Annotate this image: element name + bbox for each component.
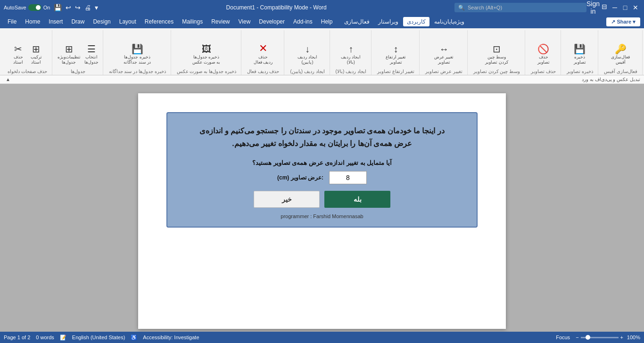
print-preview-icon[interactable]: 🖨: [84, 4, 91, 11]
ribbon-group-change-height: ↕ تغییر ارتفاعتصاویر تغییر ارتفاع تصاویر: [372, 30, 420, 75]
ribbon-table-select-btn[interactable]: ☰ انتخابجدول‌ها: [83, 43, 100, 66]
group-save-table-label: ذخیره جدول‌ها در سند جداگانه: [107, 68, 168, 75]
delete-row-icon: ✕: [259, 43, 267, 54]
yes-button[interactable]: بله: [324, 191, 390, 208]
ribbon-group-icons: ✂ حذفاستاد ⊞ ترکیباستاد: [10, 30, 45, 68]
autosave-state: On: [43, 5, 50, 10]
ribbon-delete-row-btn[interactable]: ✕ حذفردیف فعال: [252, 42, 274, 66]
change-height-icon: ↕: [394, 44, 398, 54]
menu-layout[interactable]: Layout: [116, 17, 140, 26]
minimize-button[interactable]: ─: [610, 3, 619, 12]
focus-button[interactable]: Focus: [554, 334, 572, 341]
menu-file[interactable]: File: [4, 17, 20, 26]
ribbon-add-row-below-btn[interactable]: ↓ ایجاد ردیف(پایین): [296, 43, 319, 66]
ribbon-save-table-btn[interactable]: 💾 ذخیره جدول‌هادر سند جداگانه: [122, 43, 152, 66]
group-change-height-label: تغییر ارتفاع تصاویر: [375, 68, 417, 75]
status-left: Page 1 of 2 0 words 📝 English (United St…: [4, 335, 199, 341]
ribbon-group-tables: ⊞ تنظیمات‌ویژهجدول‌ها ☰ انتخابجدول‌ها جد…: [53, 30, 103, 75]
save-as-image-icon: 🖼: [202, 44, 211, 54]
center-image-icon: ⊡: [493, 44, 501, 54]
redo-icon[interactable]: ↪: [75, 4, 81, 11]
ribbon-center-image-btn[interactable]: ⊡ وسط چینکردن تصاویر: [484, 43, 510, 66]
menu-help[interactable]: Help: [317, 17, 337, 26]
ribbon-change-width-btn[interactable]: ↔ تغییر عرضتصاویر: [433, 43, 455, 66]
signin-button[interactable]: Sign in: [588, 3, 598, 12]
menu-addins[interactable]: Add-ins: [289, 17, 316, 26]
zoom-plus-icon[interactable]: +: [620, 335, 623, 340]
page-info: Page 1 of 2: [4, 335, 30, 340]
zoom-slider[interactable]: [581, 337, 619, 338]
ribbon-delete-images-btn[interactable]: 🚫 حذفتصاویر: [535, 43, 552, 66]
dialog-question: آیا متمایل به تغییر اندازه‌ی عرض همه‌ی ت…: [182, 159, 462, 166]
ribbon-table-settings-btn[interactable]: ⊞ تنظیمات‌ویژهجدول‌ها: [56, 43, 82, 66]
group-save-image-label: ذخیره جدول‌ها به صورت عکس: [175, 68, 238, 75]
group-delete-images-label: حذف تصاویر: [529, 68, 558, 75]
ribbon-save-images-btn[interactable]: 💾 ذخیرهتصاویر: [571, 43, 588, 66]
group-center-image-label: وسط چین کردن تصاویر: [471, 68, 522, 75]
combine-icon: ⊞: [32, 44, 40, 54]
table-settings-icon: ⊞: [65, 44, 73, 54]
menu-mailings[interactable]: Mailings: [178, 17, 206, 26]
save-icon[interactable]: 💾: [54, 4, 62, 11]
menu-insert[interactable]: Insert: [45, 17, 66, 26]
dialog-input-row: :عرض تصاویر (cm): [182, 171, 462, 184]
title-bar: AutoSave On 💾 ↩ ↪ 🖨 ▾ Document1 - Compat…: [0, 0, 644, 15]
ribbon-group-save-image: 🖼 ذخیره جدول‌هابه صورت عکس ذخیره جدول‌ها…: [172, 30, 241, 75]
ribbon-group-activate-office: 🔑 فعال‌سازیآفیس فعال‌سازی آفیس: [599, 30, 643, 75]
zoom-minus-icon[interactable]: −: [576, 335, 578, 340]
dialog-main-text: در اینجا ما خودمان همه‌ی تصاویر موجود در…: [182, 124, 462, 150]
ribbon-display-icon[interactable]: ⊟: [600, 3, 609, 12]
delete-images-icon: 🚫: [537, 44, 549, 54]
activate-office-icon: 🔑: [615, 44, 627, 54]
menu-references[interactable]: References: [141, 17, 177, 26]
search-icon: 🔍: [458, 5, 465, 11]
menu-home[interactable]: Home: [21, 17, 44, 26]
zoom-level[interactable]: 100%: [625, 335, 640, 340]
menu-draw[interactable]: Draw: [67, 17, 88, 26]
zoom-section: − + 100%: [576, 335, 640, 340]
ribbon-group-change-width: ↔ تغییر عرضتصاویر تغییر عرض تصاویر: [421, 30, 468, 75]
delete-icon: ✂: [14, 44, 22, 54]
menu-design[interactable]: Design: [89, 17, 114, 26]
dialog-buttons: بله خیر: [182, 191, 462, 208]
language[interactable]: English (United States): [72, 335, 125, 340]
autosave-section: AutoSave On: [4, 4, 50, 11]
expand-ribbon-icon[interactable]: ▲: [6, 77, 10, 82]
menu-activate[interactable]: فعال‌سازی: [340, 17, 373, 26]
ribbon-delete-btn[interactable]: ✂ حذفاستاد: [10, 43, 27, 66]
group-tables-label: جدول‌ها: [69, 68, 87, 75]
autosave-toggle[interactable]: [28, 4, 41, 11]
ribbon-activate-office-btn[interactable]: 🔑 فعال‌سازیآفیس: [610, 43, 631, 66]
ribbon-add-row-above-btn[interactable]: ↑ ایجاد ردیف(بالا): [339, 43, 362, 66]
undo-icon[interactable]: ↩: [66, 4, 71, 11]
ribbon-group-add-row-above: ↑ ایجاد ردیف(بالا) ایجاد ردیف (بالا): [331, 30, 372, 75]
menu-thesis[interactable]: ویژه‌پایان‌نامه: [430, 17, 468, 26]
group-delete-label: حذف صفحات دلخواه: [6, 68, 49, 75]
ribbon-change-height-btn[interactable]: ↕ تغییر ارتفاعتصاویر: [384, 43, 408, 66]
dialog-footer: programmer : Farshid Momennasab: [182, 213, 462, 219]
group-delete-row-label: حذف ردیف فعال: [245, 68, 281, 75]
no-button[interactable]: خیر: [254, 191, 320, 208]
menu-proofreader[interactable]: ویراستار: [374, 17, 402, 26]
search-bar[interactable]: 🔍 Search (Alt+Q): [454, 3, 586, 12]
accessibility-label[interactable]: Accessibility: Investigate: [143, 335, 199, 340]
title-bar-right: 🔍 Search (Alt+Q) Sign in ⊟ ─ □ ✕: [454, 3, 640, 12]
menu-karbordii[interactable]: کاربردی: [403, 17, 429, 26]
accessibility-icon: ♿: [131, 335, 137, 341]
customize-icon[interactable]: ▾: [95, 4, 98, 11]
proofing-icon: 📝: [60, 335, 66, 341]
group-activate-office-label: فعال‌سازی آفیس: [602, 68, 639, 75]
ribbon-combine-btn[interactable]: ⊞ ترکیباستاد: [28, 43, 45, 66]
group-save-images-label: ذخیره تصاویر: [565, 68, 595, 75]
save-images-icon: 💾: [574, 44, 586, 54]
width-input[interactable]: [329, 171, 367, 184]
change-width-icon: ↔: [439, 44, 449, 54]
menu-view[interactable]: View: [235, 17, 255, 26]
share-button[interactable]: ↗ Share ▾: [606, 17, 640, 26]
menu-review[interactable]: Review: [207, 17, 233, 26]
maximize-button[interactable]: □: [620, 3, 630, 12]
close-button[interactable]: ✕: [631, 3, 640, 12]
ribbon-save-image-btn[interactable]: 🖼 ذخیره جدول‌هابه صورت عکس: [191, 43, 222, 66]
menu-developer[interactable]: Developer: [255, 17, 289, 26]
window-controls: ⊟ ─ □ ✕: [600, 3, 640, 12]
